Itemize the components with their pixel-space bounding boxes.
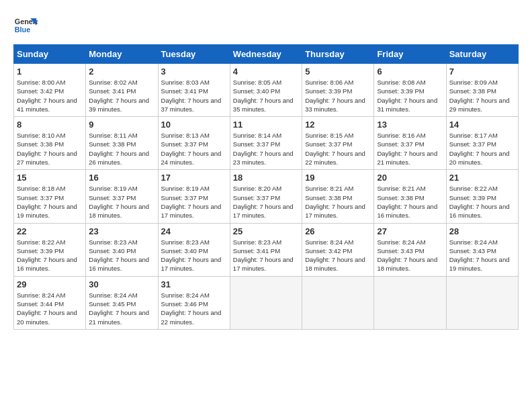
calendar-cell: 16 Sunrise: 8:19 AM Sunset: 3:37 PM Dayl… — [86, 170, 158, 223]
day-info: Sunrise: 8:02 AM Sunset: 3:41 PM Dayligh… — [89, 78, 154, 113]
calendar-cell: 9 Sunrise: 8:11 AM Sunset: 3:38 PM Dayli… — [86, 117, 158, 170]
day-header-friday: Friday — [374, 45, 446, 64]
day-number: 3 — [161, 66, 227, 77]
day-number: 9 — [89, 120, 154, 130]
day-header-tuesday: Tuesday — [158, 45, 230, 64]
calendar-cell — [302, 276, 374, 329]
day-number: 18 — [233, 173, 299, 183]
calendar-cell: 31 Sunrise: 8:24 AM Sunset: 3:46 PM Dayl… — [158, 276, 230, 329]
day-number: 7 — [449, 66, 515, 77]
day-info: Sunrise: 8:23 AM Sunset: 3:41 PM Dayligh… — [233, 238, 299, 273]
day-info: Sunrise: 8:19 AM Sunset: 3:37 PM Dayligh… — [161, 184, 227, 220]
day-number: 21 — [449, 173, 515, 183]
calendar-cell: 25 Sunrise: 8:23 AM Sunset: 3:41 PM Dayl… — [230, 223, 302, 276]
day-info: Sunrise: 8:08 AM Sunset: 3:39 PM Dayligh… — [377, 78, 443, 113]
day-number: 16 — [89, 173, 154, 183]
day-info: Sunrise: 8:23 AM Sunset: 3:40 PM Dayligh… — [89, 238, 154, 273]
calendar-cell: 3 Sunrise: 8:03 AM Sunset: 3:41 PM Dayli… — [158, 64, 230, 117]
calendar-cell: 18 Sunrise: 8:20 AM Sunset: 3:37 PM Dayl… — [230, 170, 302, 223]
day-info: Sunrise: 8:24 AM Sunset: 3:43 PM Dayligh… — [449, 238, 515, 273]
day-number: 13 — [377, 120, 443, 130]
day-header-sunday: Sunday — [14, 45, 86, 64]
day-info: Sunrise: 8:09 AM Sunset: 3:38 PM Dayligh… — [449, 78, 515, 113]
day-number: 5 — [305, 66, 371, 77]
day-number: 10 — [161, 120, 227, 130]
day-info: Sunrise: 8:14 AM Sunset: 3:37 PM Dayligh… — [233, 131, 299, 167]
calendar-cell — [446, 276, 518, 329]
day-info: Sunrise: 8:13 AM Sunset: 3:37 PM Dayligh… — [161, 131, 227, 167]
day-info: Sunrise: 8:23 AM Sunset: 3:40 PM Dayligh… — [161, 238, 227, 273]
day-number: 4 — [233, 66, 299, 77]
calendar-cell: 27 Sunrise: 8:24 AM Sunset: 3:43 PM Dayl… — [374, 223, 446, 276]
day-header-monday: Monday — [86, 45, 158, 64]
day-info: Sunrise: 8:24 AM Sunset: 3:45 PM Dayligh… — [89, 291, 154, 326]
day-number: 31 — [161, 279, 227, 289]
calendar-cell: 28 Sunrise: 8:24 AM Sunset: 3:43 PM Dayl… — [446, 223, 518, 276]
day-number: 2 — [89, 66, 154, 77]
day-number: 28 — [449, 226, 515, 236]
day-header-saturday: Saturday — [446, 45, 518, 64]
day-number: 1 — [17, 66, 83, 77]
day-number: 25 — [233, 226, 299, 236]
day-info: Sunrise: 8:11 AM Sunset: 3:38 PM Dayligh… — [89, 131, 154, 167]
calendar-cell — [374, 276, 446, 329]
calendar-cell: 15 Sunrise: 8:18 AM Sunset: 3:37 PM Dayl… — [14, 170, 86, 223]
day-number: 23 — [89, 226, 154, 236]
calendar-cell: 1 Sunrise: 8:00 AM Sunset: 3:42 PM Dayli… — [14, 64, 86, 117]
day-number: 8 — [17, 120, 83, 130]
day-number: 17 — [161, 173, 227, 183]
day-info: Sunrise: 8:10 AM Sunset: 3:38 PM Dayligh… — [17, 131, 83, 167]
calendar-cell: 14 Sunrise: 8:17 AM Sunset: 3:37 PM Dayl… — [446, 117, 518, 170]
calendar-cell: 13 Sunrise: 8:16 AM Sunset: 3:37 PM Dayl… — [374, 117, 446, 170]
calendar-cell: 8 Sunrise: 8:10 AM Sunset: 3:38 PM Dayli… — [14, 117, 86, 170]
calendar-cell: 23 Sunrise: 8:23 AM Sunset: 3:40 PM Dayl… — [86, 223, 158, 276]
logo-icon: General Blue — [13, 13, 38, 38]
day-info: Sunrise: 8:21 AM Sunset: 3:38 PM Dayligh… — [305, 184, 371, 220]
day-number: 14 — [449, 120, 515, 130]
day-info: Sunrise: 8:17 AM Sunset: 3:37 PM Dayligh… — [449, 131, 515, 167]
day-info: Sunrise: 8:24 AM Sunset: 3:44 PM Dayligh… — [17, 291, 83, 326]
day-info: Sunrise: 8:05 AM Sunset: 3:40 PM Dayligh… — [233, 78, 299, 113]
day-header-thursday: Thursday — [302, 45, 374, 64]
logo: General Blue — [13, 13, 38, 38]
day-info: Sunrise: 8:18 AM Sunset: 3:37 PM Dayligh… — [17, 184, 83, 220]
day-info: Sunrise: 8:21 AM Sunset: 3:38 PM Dayligh… — [377, 184, 443, 220]
day-info: Sunrise: 8:24 AM Sunset: 3:46 PM Dayligh… — [161, 291, 227, 326]
calendar-cell: 6 Sunrise: 8:08 AM Sunset: 3:39 PM Dayli… — [374, 64, 446, 117]
calendar-cell: 10 Sunrise: 8:13 AM Sunset: 3:37 PM Dayl… — [158, 117, 230, 170]
day-info: Sunrise: 8:20 AM Sunset: 3:37 PM Dayligh… — [233, 184, 299, 220]
calendar-cell: 17 Sunrise: 8:19 AM Sunset: 3:37 PM Dayl… — [158, 170, 230, 223]
calendar-cell: 4 Sunrise: 8:05 AM Sunset: 3:40 PM Dayli… — [230, 64, 302, 117]
calendar-cell: 11 Sunrise: 8:14 AM Sunset: 3:37 PM Dayl… — [230, 117, 302, 170]
day-number: 20 — [377, 173, 443, 183]
day-number: 15 — [17, 173, 83, 183]
day-info: Sunrise: 8:03 AM Sunset: 3:41 PM Dayligh… — [161, 78, 227, 113]
day-number: 22 — [17, 226, 83, 236]
day-info: Sunrise: 8:24 AM Sunset: 3:43 PM Dayligh… — [377, 238, 443, 273]
calendar-cell: 12 Sunrise: 8:15 AM Sunset: 3:37 PM Dayl… — [302, 117, 374, 170]
calendar-cell: 20 Sunrise: 8:21 AM Sunset: 3:38 PM Dayl… — [374, 170, 446, 223]
day-number: 27 — [377, 226, 443, 236]
day-number: 12 — [305, 120, 371, 130]
calendar-cell: 22 Sunrise: 8:22 AM Sunset: 3:39 PM Dayl… — [14, 223, 86, 276]
calendar-cell: 2 Sunrise: 8:02 AM Sunset: 3:41 PM Dayli… — [86, 64, 158, 117]
calendar-cell: 30 Sunrise: 8:24 AM Sunset: 3:45 PM Dayl… — [86, 276, 158, 329]
day-number: 29 — [17, 279, 83, 289]
day-info: Sunrise: 8:16 AM Sunset: 3:37 PM Dayligh… — [377, 131, 443, 167]
page-header: General Blue — [13, 13, 519, 38]
day-info: Sunrise: 8:24 AM Sunset: 3:42 PM Dayligh… — [305, 238, 371, 273]
day-number: 11 — [233, 120, 299, 130]
calendar-table: SundayMondayTuesdayWednesdayThursdayFrid… — [13, 44, 519, 330]
calendar-cell: 19 Sunrise: 8:21 AM Sunset: 3:38 PM Dayl… — [302, 170, 374, 223]
day-number: 30 — [89, 279, 154, 289]
calendar-cell: 21 Sunrise: 8:22 AM Sunset: 3:39 PM Dayl… — [446, 170, 518, 223]
day-info: Sunrise: 8:00 AM Sunset: 3:42 PM Dayligh… — [17, 78, 83, 113]
day-info: Sunrise: 8:22 AM Sunset: 3:39 PM Dayligh… — [17, 238, 83, 273]
calendar-cell: 26 Sunrise: 8:24 AM Sunset: 3:42 PM Dayl… — [302, 223, 374, 276]
day-header-wednesday: Wednesday — [230, 45, 302, 64]
day-number: 24 — [161, 226, 227, 236]
day-number: 6 — [377, 66, 443, 77]
svg-text:Blue: Blue — [15, 26, 30, 34]
calendar-cell: 7 Sunrise: 8:09 AM Sunset: 3:38 PM Dayli… — [446, 64, 518, 117]
calendar-cell — [230, 276, 302, 329]
